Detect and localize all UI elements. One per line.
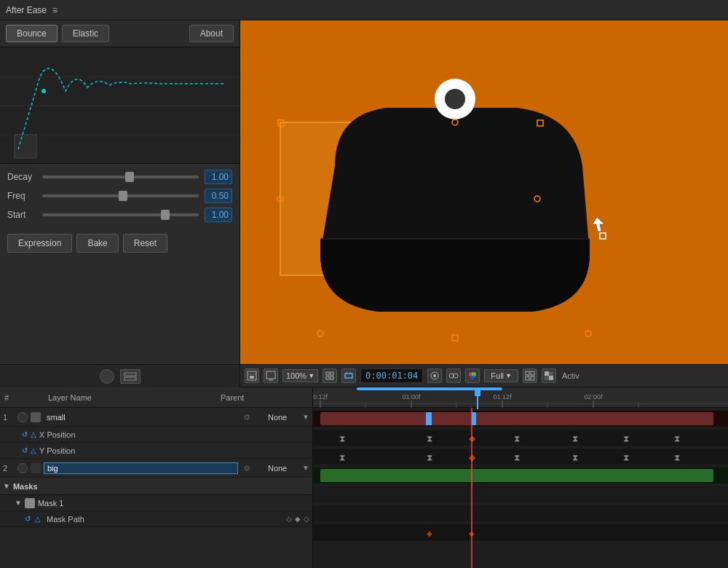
layer2-parent-arrow[interactable]: ▼ [302,464,309,472]
maskpath-prev-kf[interactable]: ◇ [286,515,292,523]
bounce-tab[interactable]: Bounce [6,25,58,42]
svg-rect-26 [331,372,333,375]
svg-rect-29 [345,374,352,378]
layer-header: # Layer Name Parent [0,387,312,408]
track-area: 0:12f 01:00f 01:12f 02:00f [313,387,728,568]
maskpath-row: ↺ △ Mask Path ◇ ◆ ◇ [0,511,312,527]
layer1-xpos-row: ↺ △ X Position [0,427,312,443]
svg-rect-27 [326,376,329,379]
sliders-area: Decay 1.00 Freq 0.50 Start 1.00 [0,164,240,228]
xpos-cycle-icon[interactable]: ↺ [22,430,28,438]
svg-text:⧗: ⧗ [514,433,520,443]
freq-label: Freq [7,191,36,201]
freq-row: Freq 0.50 [7,189,232,203]
svg-text:⧗: ⧗ [572,433,578,443]
active-label: Activ [562,371,579,380]
start-slider-track[interactable] [42,213,199,216]
svg-rect-82 [313,486,728,502]
layer1-link: ⊙ [241,413,253,421]
viewer-icon[interactable] [245,368,259,383]
freq-value[interactable]: 0.50 [205,189,232,203]
svg-rect-81 [320,469,713,482]
composition-icon[interactable] [446,368,461,383]
timecode[interactable]: 0:00:01:04 [360,368,423,383]
svg-rect-89 [472,412,476,425]
maskpath-graph-icon: △ [35,515,41,523]
grid-icon[interactable] [523,368,537,383]
svg-text:⧗: ⧗ [427,433,432,443]
maskpath-cycle-icon[interactable]: ↺ [25,515,31,523]
reset-button[interactable]: Reset [123,234,167,253]
svg-rect-22 [266,371,275,379]
layer2-name[interactable]: big [44,462,238,474]
svg-rect-48 [124,377,136,380]
ypos-cycle-icon[interactable]: ↺ [22,446,28,454]
maskpath-next-kf[interactable]: ◇ [304,515,309,523]
elastic-tab[interactable]: Elastic [62,25,109,42]
svg-rect-42 [531,376,534,380]
color-icon[interactable] [465,368,480,383]
svg-rect-39 [526,371,529,375]
expression-button[interactable]: Expression [7,234,72,253]
left-bottom-panel [0,364,240,387]
layer-scroll[interactable] [120,369,141,384]
masks-expand-arrow[interactable]: ▼ [3,482,10,490]
layer1-name[interactable]: small [44,412,238,422]
snapshot-icon[interactable] [427,368,442,383]
freq-slider-track[interactable] [42,194,199,197]
bake-button[interactable]: Bake [76,234,118,253]
mask-section: ▼ Masks ▼ Mask 1 ↺ △ Mask Path ◇ ◆ ◇ [0,478,312,527]
zoom-select[interactable]: 100% ▼ [282,369,318,382]
decay-row: Decay 1.00 [7,170,232,184]
mask1-expand[interactable]: ▼ [15,499,22,507]
preview-canvas [240,20,728,364]
freq-slider-thumb[interactable] [119,191,127,201]
fit-icon[interactable] [323,368,337,383]
svg-rect-21 [250,376,254,379]
decay-label: Decay [7,172,36,182]
quality-select[interactable]: Full ▼ [484,369,518,382]
start-row: Start 1.00 [7,208,232,222]
layer1-parent[interactable]: None [256,413,299,422]
svg-rect-47 [124,373,136,376]
decay-slider-track[interactable] [42,175,199,178]
ypos-label: Y Position [39,446,75,455]
menu-icon[interactable]: ≡ [52,5,58,15]
transport-bar: 100% ▼ 0:00:01:04 Full ▼ Activ [240,364,728,387]
svg-text:⧗: ⧗ [514,452,520,462]
masks-header: ▼ Masks [0,478,312,495]
checker-icon[interactable] [542,368,556,383]
timeline-scroll[interactable] [100,369,114,384]
layer2-color [31,463,41,473]
layer2-solo[interactable] [17,463,28,473]
layer1-parent-arrow[interactable]: ▼ [302,413,309,421]
svg-rect-83 [313,505,728,521]
start-value[interactable]: 1.00 [205,208,232,222]
top-bar: After Ease ≡ [0,0,728,20]
svg-point-35 [454,374,458,378]
svg-rect-72 [313,449,728,465]
decay-slider-thumb[interactable] [125,172,134,182]
layer2-parent[interactable]: None [256,464,299,473]
svg-point-14 [317,331,323,336]
svg-text:⧗: ⧗ [674,433,680,443]
decay-value[interactable]: 1.00 [205,170,232,184]
svg-text:◆: ◆ [427,529,432,537]
svg-rect-45 [549,371,553,376]
maskpath-add-kf[interactable]: ◆ [295,515,301,523]
quality-arrow: ▼ [505,372,512,379]
region-icon[interactable] [341,368,356,383]
svg-rect-64 [313,430,728,446]
start-slider-thumb[interactable] [161,210,170,220]
svg-point-4 [41,89,46,93]
svg-text:⧗: ⧗ [339,452,345,462]
layer1-color [31,412,41,422]
layer-row-2: 2 big ⊙ None ▼ [0,459,312,478]
about-button[interactable]: About [189,25,234,42]
layer-row-1: 1 small ⊙ None ▼ [0,408,312,427]
layer1-solo[interactable] [17,412,28,422]
svg-rect-63 [320,412,713,425]
svg-text:01:12f: 01:12f [493,393,512,401]
masks-label: Masks [13,482,38,491]
monitor-icon[interactable] [264,368,278,383]
